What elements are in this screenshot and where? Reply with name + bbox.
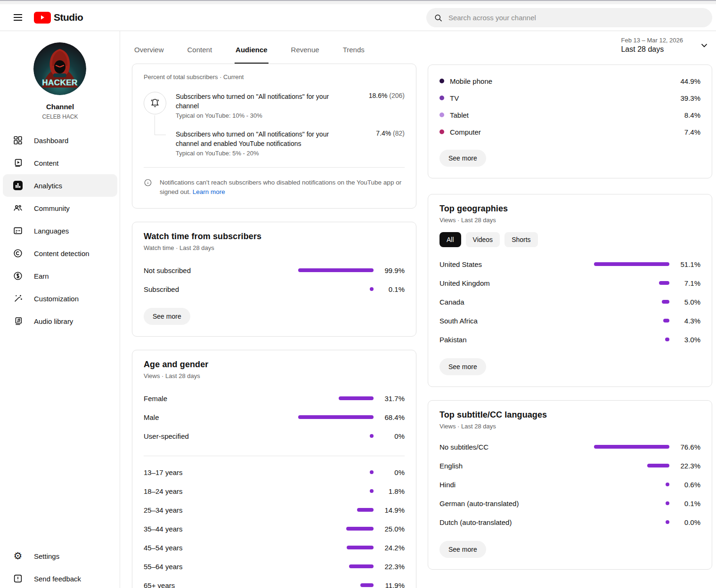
stat-row: United Kingdom 7.1% <box>439 274 700 292</box>
see-more-button[interactable]: See more <box>439 541 486 558</box>
sidebar-item-analytics[interactable]: Analytics <box>3 174 117 197</box>
channel-search-bar[interactable] <box>426 8 712 27</box>
right-column: Mobile phone 44.9% TV 39.3% Tablet 8.4% … <box>428 64 712 570</box>
notifications-card: Percent of total subscribers · Current S… <box>132 64 416 209</box>
watch-time-card: Watch time from subscribers Watch time ·… <box>132 222 416 337</box>
chip-videos[interactable]: Videos <box>466 232 500 247</box>
stat-row: No subtitles/CC 76.6% <box>439 437 700 456</box>
stat-bar <box>360 583 374 587</box>
sidebar-item-audio-library[interactable]: Audio library <box>0 310 120 332</box>
notification-typical: Typical on YouTube: 5% - 20% <box>176 150 353 157</box>
notification-stat-text: Subscribers who turned on "All notificat… <box>176 129 353 148</box>
stat-bar <box>666 483 669 486</box>
notification-row-all: Subscribers who turned on "All notificat… <box>144 92 405 119</box>
stat-bar <box>370 287 374 291</box>
tab-overview[interactable]: Overview <box>133 46 165 64</box>
device-type-card: Mobile phone 44.9% TV 39.3% Tablet 8.4% … <box>428 64 712 178</box>
channel-avatar[interactable]: HACKER <box>33 42 86 95</box>
youtube-studio-logo[interactable]: Studio <box>34 12 83 24</box>
sidebar-item-community[interactable]: Community <box>0 197 120 219</box>
sidebar-item-send-feedback[interactable]: Send feedback <box>0 567 120 588</box>
search-input[interactable] <box>448 14 705 22</box>
content-filter-chips: All Videos Shorts <box>439 232 700 247</box>
sidebar-item-content-detection[interactable]: Content detection <box>0 242 120 265</box>
window-top-strip-light <box>0 1 716 4</box>
see-more-button[interactable]: See more <box>144 308 190 325</box>
app-header: Studio <box>0 4 716 31</box>
tab-audience[interactable]: Audience <box>235 46 268 64</box>
studio-wordmark: Studio <box>54 12 83 23</box>
card-divider <box>144 167 405 168</box>
card-title: Top geographies <box>439 204 700 214</box>
see-more-button[interactable]: See more <box>439 358 486 375</box>
card-title: Watch time from subscribers <box>144 232 405 242</box>
analytics-icon <box>12 180 24 191</box>
chip-shorts[interactable]: Shorts <box>504 232 537 247</box>
stat-row: 65+ years 11.9% <box>144 576 405 588</box>
hamburger-menu-icon[interactable] <box>12 12 24 23</box>
legend-dot <box>439 113 444 117</box>
stat-row: 25–34 years 14.9% <box>144 500 405 519</box>
device-row: Computer 7.4% <box>439 123 700 140</box>
sidebar-item-dashboard[interactable]: Dashboard <box>0 129 120 152</box>
music-note-icon <box>12 315 24 327</box>
dashboard-icon <box>12 135 24 146</box>
copyright-icon <box>12 248 24 259</box>
legend-dot <box>439 129 444 134</box>
stat-bar <box>298 415 374 419</box>
content-icon <box>12 157 24 169</box>
stat-bar <box>346 527 374 531</box>
card-subtitle: Views · Last 28 days <box>144 372 405 379</box>
stat-row: 45–54 years 24.2% <box>144 538 405 557</box>
stat-bar <box>666 501 669 505</box>
notification-stat-value: 7.4% (82) <box>353 129 405 157</box>
notification-stat-text: Subscribers who turned on "All notificat… <box>176 92 353 111</box>
sidebar-item-customization[interactable]: Customization <box>0 287 120 310</box>
chip-all[interactable]: All <box>439 232 461 247</box>
age-gender-card: Age and gender Views · Last 28 days Fema… <box>132 350 416 588</box>
youtube-play-icon <box>34 12 51 24</box>
gear-icon: ⚙ <box>12 550 24 562</box>
notifications-note: Notifications can't reach subscribers wh… <box>144 178 405 197</box>
stat-row: Dutch (auto-translated) 0.0% <box>439 513 700 532</box>
notifications-subtitle: Percent of total subscribers · Current <box>144 73 405 81</box>
see-more-button[interactable]: See more <box>439 150 486 167</box>
stat-row: 13–17 years 0% <box>144 463 405 482</box>
sidebar: HACKER Channel CELEB HACK Dashboard Cont… <box>0 31 120 588</box>
stat-bar <box>659 281 669 285</box>
sidebar-item-content[interactable]: Content <box>0 152 120 174</box>
stat-bar <box>647 464 669 467</box>
stat-bar <box>339 396 374 400</box>
sidebar-item-earn[interactable]: Earn <box>0 265 120 287</box>
sidebar-footer: ⚙ Settings Send feedback <box>0 545 120 588</box>
stat-row: Canada 5.0% <box>439 292 700 311</box>
tab-trends[interactable]: Trends <box>342 46 366 64</box>
subtitle-languages-card: Top subtitle/CC languages Views · Last 2… <box>428 400 712 570</box>
sidebar-item-languages[interactable]: Languages <box>0 219 120 242</box>
top-geographies-card: Top geographies Views · Last 28 days All… <box>428 194 712 387</box>
stat-bar <box>357 508 374 512</box>
stat-row: 18–24 years 1.8% <box>144 482 405 500</box>
learn-more-link[interactable]: Learn more <box>193 188 225 195</box>
stat-bar <box>370 434 374 438</box>
stat-row: User-specified 0% <box>144 427 405 445</box>
bell-icon <box>144 92 166 114</box>
legend-dot <box>439 79 444 83</box>
tab-content[interactable]: Content <box>187 46 213 64</box>
stat-bar <box>349 564 374 568</box>
card-subtitle: Views · Last 28 days <box>439 423 700 430</box>
card-subtitle: Views · Last 28 days <box>439 217 700 224</box>
device-row: TV 39.3% <box>439 89 700 106</box>
feedback-icon <box>12 573 24 584</box>
stat-bar <box>370 470 374 474</box>
card-title: Age and gender <box>144 360 405 370</box>
device-row: Tablet 8.4% <box>439 106 700 123</box>
tab-revenue[interactable]: Revenue <box>290 46 320 64</box>
stat-row: South Africa 4.3% <box>439 311 700 330</box>
sidebar-item-settings[interactable]: ⚙ Settings <box>0 545 120 567</box>
stat-bar <box>298 268 374 272</box>
community-icon <box>12 202 24 214</box>
date-range-picker[interactable]: Feb 13 – Mar 12, 2026 Last 28 days <box>621 37 709 54</box>
card-subtitle: Watch time · Last 28 days <box>144 244 405 251</box>
device-row: Mobile phone 44.9% <box>439 72 700 89</box>
